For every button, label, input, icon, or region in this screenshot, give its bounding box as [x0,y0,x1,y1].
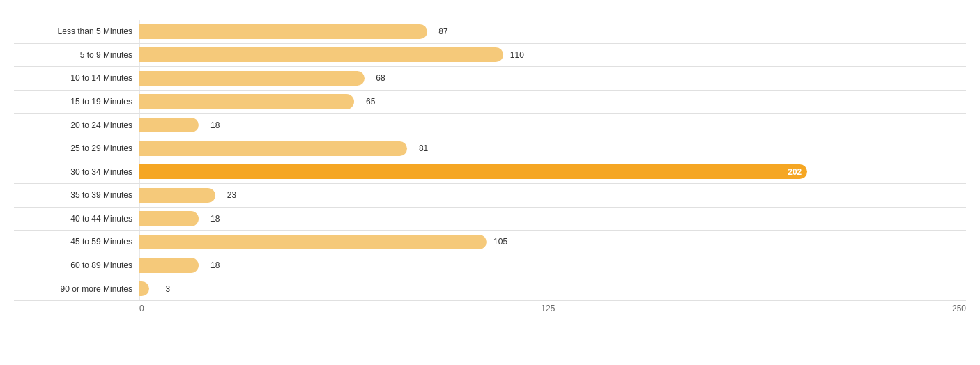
bar-row: 90 or more Minutes3 [14,277,966,301]
bar-value: 68 [376,73,385,83]
bar-value: 23 [227,190,236,200]
row-label: 15 to 19 Minutes [14,97,139,107]
bar-value: 87 [438,26,447,36]
bar-row: 35 to 39 Minutes23 [14,183,966,207]
bar-section: 18 [139,254,966,277]
bar-value: 105 [493,237,507,247]
bar-section: 110 [139,44,966,67]
bar-row: 30 to 34 Minutes202 [14,160,966,183]
row-label: Less than 5 Minutes [14,26,139,36]
bar: 65 [139,94,354,109]
bar: 87 [139,24,427,39]
bar: 23 [139,188,215,203]
bar-section: 87 [139,20,966,43]
row-label: 30 to 34 Minutes [14,167,139,177]
bar-row: 10 to 14 Minutes68 [14,66,966,90]
bar-row: 25 to 29 Minutes81 [14,137,966,160]
bar: 105 [139,235,487,249]
bar-section: 65 [139,91,966,114]
bar: 18 [139,211,199,226]
bar: 110 [139,47,503,62]
bar-section: 3 [139,277,966,300]
bar: 81 [139,141,407,156]
row-label: 45 to 59 Minutes [14,237,139,247]
axis-labels: 0125250 [139,304,966,313]
axis-row: 0125250 [14,301,966,313]
row-label: 60 to 89 Minutes [14,261,139,270]
bar-value: 18 [210,214,220,224]
row-label: 5 to 9 Minutes [14,50,139,60]
bar-section: 18 [139,114,966,137]
bar-value: 65 [366,97,375,107]
bar: 3 [139,281,149,296]
bar: 202 [139,164,807,179]
bar-value: 3 [166,284,171,294]
bar-row: Less than 5 Minutes87 [14,20,966,43]
bar-row: 60 to 89 Minutes18 [14,254,966,277]
axis-label: 250 [952,304,966,313]
bar-section: 68 [139,67,966,90]
bar-value: 18 [210,121,220,130]
bar-value-inside: 202 [788,167,802,177]
bar-section: 81 [139,137,966,160]
bar-section: 202 [139,160,966,183]
axis-label: 0 [139,304,144,313]
bar-row: 5 to 9 Minutes110 [14,43,966,67]
bar: 68 [139,71,365,86]
bar-row: 40 to 44 Minutes18 [14,207,966,231]
bar-value: 81 [419,143,428,153]
row-label: 25 to 29 Minutes [14,143,139,153]
bar-row: 20 to 24 Minutes18 [14,113,966,137]
bar-row: 15 to 19 Minutes65 [14,90,966,114]
row-label: 40 to 44 Minutes [14,214,139,224]
bar-row: 45 to 59 Minutes105 [14,230,966,254]
bar-value: 18 [210,261,220,270]
chart-area: Less than 5 Minutes875 to 9 Minutes11010… [14,20,966,301]
bar: 18 [139,258,199,272]
bar-section: 18 [139,208,966,231]
row-label: 10 to 14 Minutes [14,73,139,83]
row-label: 90 or more Minutes [14,284,139,294]
bar-section: 23 [139,184,966,207]
axis-label: 125 [541,304,555,313]
bar: 18 [139,118,199,132]
chart-container: Less than 5 Minutes875 to 9 Minutes11010… [0,0,980,365]
row-label: 20 to 24 Minutes [14,121,139,130]
row-label: 35 to 39 Minutes [14,190,139,200]
bar-value: 110 [510,50,524,60]
bar-section: 105 [139,231,966,254]
